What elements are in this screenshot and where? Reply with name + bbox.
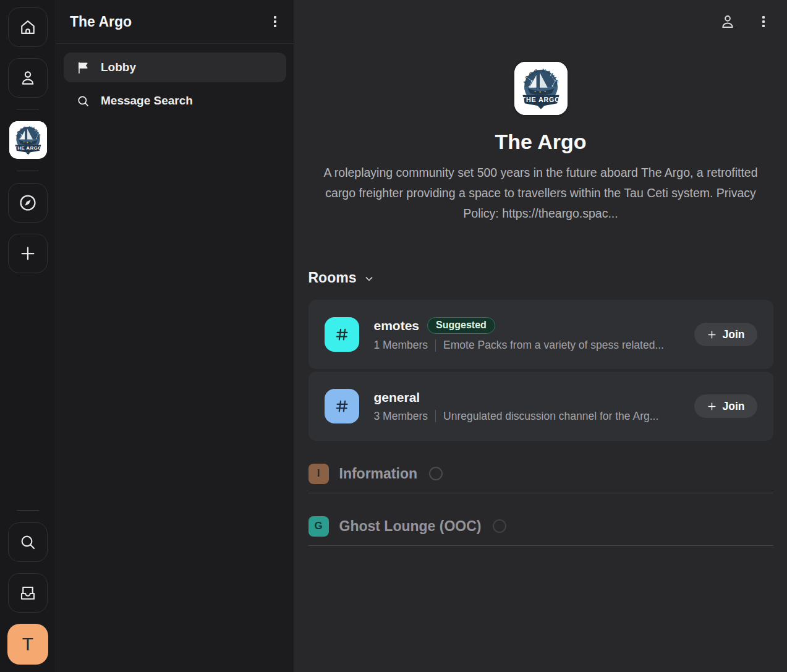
inbox-button[interactable] — [8, 573, 48, 613]
argo-logo: ARGO NAVIS THE ARGO — [514, 62, 568, 115]
sidebar-item-label: Lobby — [101, 61, 136, 74]
inbox-icon — [19, 584, 37, 602]
room-member-count: 1 Members — [374, 339, 428, 352]
plus-icon — [19, 244, 37, 263]
kebab-icon — [274, 16, 276, 19]
room-card-emotes[interactable]: emotes Suggested 1 Members Emote Packs f… — [308, 300, 773, 369]
section-header-ghost-lounge[interactable]: G Ghost Lounge (OOC) — [308, 513, 773, 539]
space-avatar-large: ARGO NAVIS THE ARGO — [514, 62, 568, 115]
logo-banner-text: THE ARGO — [14, 145, 41, 151]
section-information: I Information — [308, 461, 773, 493]
search-button[interactable] — [8, 522, 48, 562]
space-panel-title: The Argo — [70, 14, 270, 30]
meta-separator — [435, 410, 436, 422]
room-avatar — [325, 317, 359, 352]
section-avatar: I — [308, 464, 329, 484]
space-description: A roleplaying community set 500 years in… — [323, 163, 759, 224]
loading-spinner-icon — [429, 467, 443, 480]
person-icon — [719, 13, 736, 30]
space-preview-main: ARGO NAVIS THE ARGO The Argo A roleplayi… — [294, 0, 787, 672]
room-name: emotes — [374, 318, 420, 333]
plus-icon — [707, 401, 717, 412]
sidebar-item-label: Message Search — [101, 94, 193, 108]
kebab-icon — [762, 16, 765, 19]
rail-divider — [17, 171, 39, 171]
hash-icon — [331, 324, 352, 345]
section-avatar: G — [308, 516, 329, 537]
meta-separator — [435, 339, 436, 352]
home-button[interactable] — [8, 7, 48, 47]
person-icon — [19, 69, 37, 87]
main-header — [294, 0, 787, 43]
section-title: Information — [339, 466, 418, 482]
home-icon — [19, 18, 37, 36]
space-panel: The Argo Lobby Message Searc — [56, 0, 294, 672]
sidebar-item-message-search[interactable]: Message Search — [64, 86, 286, 116]
explore-button[interactable] — [8, 183, 48, 223]
rooms-section-title: Rooms — [308, 270, 357, 286]
join-button[interactable]: Join — [694, 394, 757, 418]
compass-icon — [18, 193, 38, 213]
room-topic: Unregulated discussion channel for the A… — [443, 410, 658, 423]
space-options-button[interactable] — [270, 12, 280, 31]
room-topic: Emote Packs from a variety of spess rela… — [443, 339, 664, 352]
sidebar-item-lobby[interactable]: Lobby — [64, 53, 286, 82]
people-button[interactable] — [8, 58, 48, 98]
rail-divider — [17, 109, 39, 109]
space-avatar-the-argo[interactable]: ARGO NAVIS THE ARGO — [9, 121, 47, 159]
rooms-section-header[interactable]: Rooms — [308, 270, 773, 286]
space-title: The Argo — [495, 130, 587, 154]
search-icon — [76, 94, 90, 108]
room-member-count: 3 Members — [374, 410, 428, 423]
room-options-button[interactable] — [759, 12, 768, 31]
space-panel-list: Lobby Message Search — [56, 44, 294, 124]
suggested-badge: Suggested — [427, 317, 495, 334]
flag-icon — [76, 61, 90, 75]
room-name: general — [374, 390, 420, 405]
room-avatar — [325, 389, 359, 423]
section-header-information[interactable]: I Information — [308, 461, 773, 487]
rail-divider — [17, 510, 39, 511]
join-button[interactable]: Join — [694, 323, 757, 346]
icon-rail: ARGO NAVIS THE ARGO — [0, 0, 56, 672]
join-button-label: Join — [723, 400, 745, 413]
search-icon — [19, 533, 37, 551]
join-button-label: Join — [723, 328, 745, 341]
loading-spinner-icon — [493, 519, 506, 533]
section-title: Ghost Lounge (OOC) — [339, 518, 482, 535]
hash-icon — [331, 396, 352, 417]
add-button[interactable] — [8, 234, 48, 273]
logo-banner-text: THE ARGO — [521, 96, 560, 103]
section-ghost-lounge: G Ghost Lounge (OOC) — [308, 513, 773, 546]
argo-logo: ARGO NAVIS THE ARGO — [9, 121, 47, 159]
space-hero: ARGO NAVIS THE ARGO The Argo A roleplayi… — [308, 43, 773, 224]
user-avatar[interactable]: T — [7, 624, 48, 665]
members-button[interactable] — [719, 13, 736, 30]
chevron-down-icon — [363, 273, 375, 285]
room-card-general[interactable]: general 3 Members Unregulated discussion… — [308, 372, 773, 441]
plus-icon — [707, 330, 717, 340]
space-panel-header: The Argo — [56, 0, 294, 44]
